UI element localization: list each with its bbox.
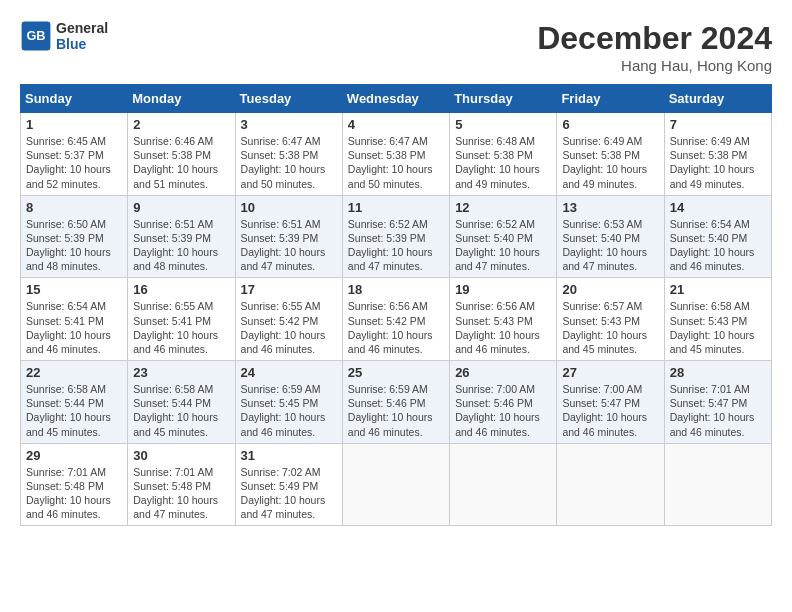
calendar-week-row: 15 Sunrise: 6:54 AM Sunset: 5:41 PM Dayl… (21, 278, 772, 361)
day-number: 31 (241, 448, 337, 463)
day-number: 9 (133, 200, 229, 215)
day-info: Sunrise: 6:59 AM Sunset: 5:45 PM Dayligh… (241, 382, 337, 439)
calendar-cell: 28 Sunrise: 7:01 AM Sunset: 5:47 PM Dayl… (664, 361, 771, 444)
day-info: Sunrise: 6:45 AM Sunset: 5:37 PM Dayligh… (26, 134, 122, 191)
day-info: Sunrise: 6:59 AM Sunset: 5:46 PM Dayligh… (348, 382, 444, 439)
calendar-cell: 4 Sunrise: 6:47 AM Sunset: 5:38 PM Dayli… (342, 113, 449, 196)
calendar-cell: 24 Sunrise: 6:59 AM Sunset: 5:45 PM Dayl… (235, 361, 342, 444)
day-number: 19 (455, 282, 551, 297)
calendar-cell: 29 Sunrise: 7:01 AM Sunset: 5:48 PM Dayl… (21, 443, 128, 526)
day-info: Sunrise: 7:01 AM Sunset: 5:48 PM Dayligh… (133, 465, 229, 522)
day-number: 25 (348, 365, 444, 380)
day-number: 13 (562, 200, 658, 215)
day-info: Sunrise: 6:48 AM Sunset: 5:38 PM Dayligh… (455, 134, 551, 191)
calendar-cell: 3 Sunrise: 6:47 AM Sunset: 5:38 PM Dayli… (235, 113, 342, 196)
day-info: Sunrise: 6:54 AM Sunset: 5:40 PM Dayligh… (670, 217, 766, 274)
calendar-cell: 27 Sunrise: 7:00 AM Sunset: 5:47 PM Dayl… (557, 361, 664, 444)
day-info: Sunrise: 6:47 AM Sunset: 5:38 PM Dayligh… (348, 134, 444, 191)
title-block: December 2024 Hang Hau, Hong Kong (537, 20, 772, 74)
day-info: Sunrise: 6:49 AM Sunset: 5:38 PM Dayligh… (562, 134, 658, 191)
day-number: 21 (670, 282, 766, 297)
weekday-header-friday: Friday (557, 85, 664, 113)
day-info: Sunrise: 6:47 AM Sunset: 5:38 PM Dayligh… (241, 134, 337, 191)
calendar-header-row: SundayMondayTuesdayWednesdayThursdayFrid… (21, 85, 772, 113)
calendar-cell: 10 Sunrise: 6:51 AM Sunset: 5:39 PM Dayl… (235, 195, 342, 278)
calendar-cell: 13 Sunrise: 6:53 AM Sunset: 5:40 PM Dayl… (557, 195, 664, 278)
day-info: Sunrise: 6:49 AM Sunset: 5:38 PM Dayligh… (670, 134, 766, 191)
day-info: Sunrise: 6:53 AM Sunset: 5:40 PM Dayligh… (562, 217, 658, 274)
day-number: 4 (348, 117, 444, 132)
day-info: Sunrise: 6:56 AM Sunset: 5:43 PM Dayligh… (455, 299, 551, 356)
calendar-cell: 9 Sunrise: 6:51 AM Sunset: 5:39 PM Dayli… (128, 195, 235, 278)
calendar-cell (450, 443, 557, 526)
location: Hang Hau, Hong Kong (537, 57, 772, 74)
day-number: 7 (670, 117, 766, 132)
day-info: Sunrise: 7:00 AM Sunset: 5:47 PM Dayligh… (562, 382, 658, 439)
calendar-cell: 25 Sunrise: 6:59 AM Sunset: 5:46 PM Dayl… (342, 361, 449, 444)
day-number: 16 (133, 282, 229, 297)
day-info: Sunrise: 6:52 AM Sunset: 5:39 PM Dayligh… (348, 217, 444, 274)
day-number: 1 (26, 117, 122, 132)
day-number: 10 (241, 200, 337, 215)
weekday-header-thursday: Thursday (450, 85, 557, 113)
calendar-cell: 2 Sunrise: 6:46 AM Sunset: 5:38 PM Dayli… (128, 113, 235, 196)
svg-text:GB: GB (26, 28, 45, 43)
day-number: 5 (455, 117, 551, 132)
day-info: Sunrise: 6:50 AM Sunset: 5:39 PM Dayligh… (26, 217, 122, 274)
calendar-cell: 30 Sunrise: 7:01 AM Sunset: 5:48 PM Dayl… (128, 443, 235, 526)
calendar-cell: 26 Sunrise: 7:00 AM Sunset: 5:46 PM Dayl… (450, 361, 557, 444)
logo-icon: GB (20, 20, 52, 52)
calendar-cell: 7 Sunrise: 6:49 AM Sunset: 5:38 PM Dayli… (664, 113, 771, 196)
calendar-cell: 15 Sunrise: 6:54 AM Sunset: 5:41 PM Dayl… (21, 278, 128, 361)
day-number: 29 (26, 448, 122, 463)
day-info: Sunrise: 6:51 AM Sunset: 5:39 PM Dayligh… (133, 217, 229, 274)
calendar-cell (342, 443, 449, 526)
calendar-cell: 17 Sunrise: 6:55 AM Sunset: 5:42 PM Dayl… (235, 278, 342, 361)
day-number: 23 (133, 365, 229, 380)
day-number: 28 (670, 365, 766, 380)
day-info: Sunrise: 7:02 AM Sunset: 5:49 PM Dayligh… (241, 465, 337, 522)
day-info: Sunrise: 6:52 AM Sunset: 5:40 PM Dayligh… (455, 217, 551, 274)
day-number: 11 (348, 200, 444, 215)
calendar-cell: 6 Sunrise: 6:49 AM Sunset: 5:38 PM Dayli… (557, 113, 664, 196)
day-number: 15 (26, 282, 122, 297)
calendar-cell: 14 Sunrise: 6:54 AM Sunset: 5:40 PM Dayl… (664, 195, 771, 278)
weekday-header-sunday: Sunday (21, 85, 128, 113)
day-number: 24 (241, 365, 337, 380)
day-number: 12 (455, 200, 551, 215)
day-info: Sunrise: 6:58 AM Sunset: 5:43 PM Dayligh… (670, 299, 766, 356)
day-info: Sunrise: 6:56 AM Sunset: 5:42 PM Dayligh… (348, 299, 444, 356)
month-title: December 2024 (537, 20, 772, 57)
weekday-header-wednesday: Wednesday (342, 85, 449, 113)
calendar-cell: 11 Sunrise: 6:52 AM Sunset: 5:39 PM Dayl… (342, 195, 449, 278)
day-number: 22 (26, 365, 122, 380)
day-info: Sunrise: 7:01 AM Sunset: 5:47 PM Dayligh… (670, 382, 766, 439)
calendar-cell: 16 Sunrise: 6:55 AM Sunset: 5:41 PM Dayl… (128, 278, 235, 361)
day-info: Sunrise: 6:55 AM Sunset: 5:42 PM Dayligh… (241, 299, 337, 356)
calendar-week-row: 8 Sunrise: 6:50 AM Sunset: 5:39 PM Dayli… (21, 195, 772, 278)
day-number: 18 (348, 282, 444, 297)
logo: GB General Blue (20, 20, 108, 52)
day-number: 8 (26, 200, 122, 215)
day-info: Sunrise: 6:57 AM Sunset: 5:43 PM Dayligh… (562, 299, 658, 356)
day-info: Sunrise: 7:01 AM Sunset: 5:48 PM Dayligh… (26, 465, 122, 522)
page-header: GB General Blue December 2024 Hang Hau, … (20, 20, 772, 74)
calendar-cell: 23 Sunrise: 6:58 AM Sunset: 5:44 PM Dayl… (128, 361, 235, 444)
calendar-week-row: 22 Sunrise: 6:58 AM Sunset: 5:44 PM Dayl… (21, 361, 772, 444)
day-number: 27 (562, 365, 658, 380)
day-info: Sunrise: 7:00 AM Sunset: 5:46 PM Dayligh… (455, 382, 551, 439)
day-info: Sunrise: 6:58 AM Sunset: 5:44 PM Dayligh… (26, 382, 122, 439)
calendar-week-row: 1 Sunrise: 6:45 AM Sunset: 5:37 PM Dayli… (21, 113, 772, 196)
calendar-cell: 12 Sunrise: 6:52 AM Sunset: 5:40 PM Dayl… (450, 195, 557, 278)
calendar-table: SundayMondayTuesdayWednesdayThursdayFrid… (20, 84, 772, 526)
day-info: Sunrise: 6:51 AM Sunset: 5:39 PM Dayligh… (241, 217, 337, 274)
weekday-header-monday: Monday (128, 85, 235, 113)
weekday-header-saturday: Saturday (664, 85, 771, 113)
day-info: Sunrise: 6:46 AM Sunset: 5:38 PM Dayligh… (133, 134, 229, 191)
day-number: 26 (455, 365, 551, 380)
calendar-cell: 19 Sunrise: 6:56 AM Sunset: 5:43 PM Dayl… (450, 278, 557, 361)
calendar-week-row: 29 Sunrise: 7:01 AM Sunset: 5:48 PM Dayl… (21, 443, 772, 526)
day-number: 2 (133, 117, 229, 132)
day-info: Sunrise: 6:54 AM Sunset: 5:41 PM Dayligh… (26, 299, 122, 356)
weekday-header-tuesday: Tuesday (235, 85, 342, 113)
